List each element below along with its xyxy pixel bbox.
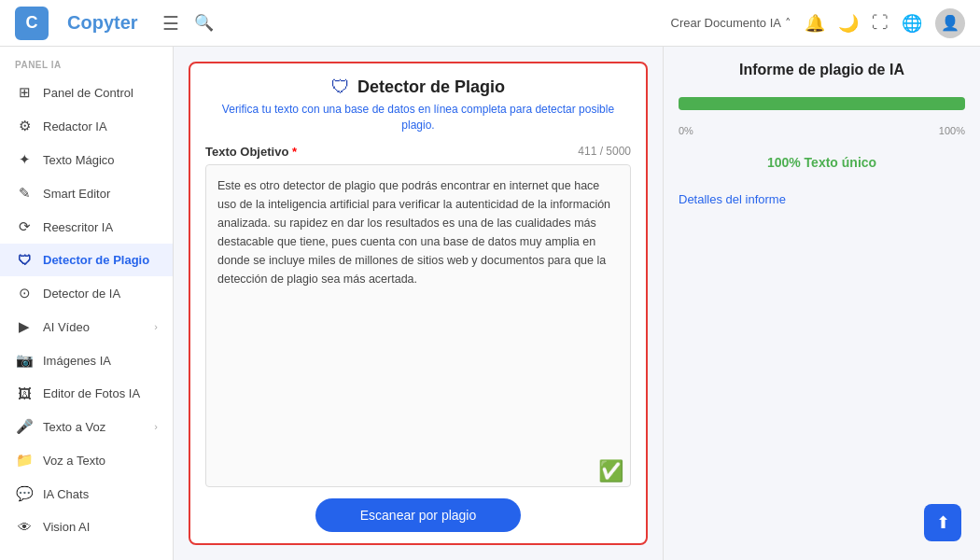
- detector-plagio-icon: 🛡: [15, 252, 34, 268]
- avatar[interactable]: 👤: [935, 8, 965, 38]
- text-area-container: [190, 164, 646, 487]
- sidebar-item-voz-texto[interactable]: 📁 Voz a Texto: [0, 443, 173, 477]
- crear-documento-button[interactable]: Crear Documento IA ˄: [671, 16, 792, 30]
- progress-bar-fill: [679, 97, 965, 110]
- sidebar-item-label: Detector de IA: [43, 287, 120, 301]
- imagenes-ia-icon: 📷: [15, 352, 34, 369]
- progress-label-right: 100%: [939, 125, 965, 136]
- back-to-top-button[interactable]: ⬆: [924, 504, 961, 541]
- shield-blue-icon: 🛡: [331, 77, 350, 98]
- sidebar-item-label: Reescritor IA: [43, 220, 113, 234]
- unique-text: 100% Texto único: [679, 155, 965, 170]
- sidebar-item-redactor-ia[interactable]: ⚙ Redactor IA: [0, 109, 173, 143]
- sidebar-item-label: Imágenes IA: [43, 354, 111, 368]
- sidebar-item-label: Editor de Fotos IA: [43, 386, 140, 400]
- sidebar-item-imagenes-ia[interactable]: 📷 Imágenes IA: [0, 343, 173, 377]
- redactor-ia-icon: ⚙: [15, 118, 34, 134]
- sidebar-item-label: Smart Editor: [43, 187, 110, 201]
- detector-title: Detector de Plagio: [357, 77, 505, 97]
- sidebar: PANEL IA ⊞ Panel de Control ⚙ Redactor I…: [0, 47, 174, 560]
- texto-objetivo-label: Texto Objetivo *: [205, 145, 297, 159]
- header: C Copyter ☰ 🔍 Crear Documento IA ˄ 🔔 🌙 ⛶…: [0, 0, 980, 47]
- sidebar-item-label: Texto Mágico: [43, 153, 115, 167]
- main-panel: 🛡 Detector de Plagio Verifica tu texto c…: [174, 47, 663, 560]
- sidebar-item-texto-magico[interactable]: ✦ Texto Mágico: [0, 143, 173, 176]
- sidebar-item-label: Panel de Control: [43, 86, 133, 100]
- sidebar-item-label: AI Vídeo: [43, 320, 90, 334]
- content-area: 🛡 Detector de Plagio Verifica tu texto c…: [174, 47, 980, 560]
- text-input[interactable]: [205, 164, 631, 487]
- sidebar-item-label: Texto a Voz: [43, 420, 105, 434]
- smart-editor-icon: ✎: [15, 185, 34, 202]
- sidebar-item-label: Redactor IA: [43, 119, 107, 133]
- scan-btn-row: ✅ Escanear por plagio: [190, 487, 646, 543]
- sidebar-item-smart-editor[interactable]: ✎ Smart Editor: [0, 176, 173, 210]
- char-count: 411 / 5000: [578, 145, 631, 158]
- sidebar-item-label: Vision AI: [43, 520, 90, 534]
- right-panel: Informe de plagio de IA 0% 100% 100% Tex…: [663, 47, 980, 560]
- sidebar-item-vision-ai[interactable]: 👁 Vision AI: [0, 511, 173, 543]
- ia-chats-icon: 💬: [15, 485, 34, 502]
- sidebar-item-detector-plagio[interactable]: 🛡 Detector de Plagio: [0, 244, 173, 276]
- sidebar-item-panel-control[interactable]: ⊞ Panel de Control: [0, 76, 173, 109]
- detector-header: 🛡 Detector de Plagio: [190, 63, 646, 102]
- chevron-right-icon: ›: [154, 421, 158, 432]
- bell-icon[interactable]: 🔔: [805, 13, 825, 34]
- sidebar-item-ia-chats[interactable]: 💬 IA Chats: [0, 477, 173, 511]
- editor-fotos-icon: 🖼: [15, 385, 34, 401]
- logo-text: Copyter: [67, 12, 138, 34]
- panel-control-icon: ⊞: [15, 84, 34, 101]
- search-icon[interactable]: 🔍: [194, 13, 214, 33]
- sidebar-item-label: Detector de Plagio: [43, 253, 149, 267]
- sidebar-item-texto-voz[interactable]: 🎤 Texto a Voz ›: [0, 410, 173, 443]
- required-asterisk: *: [292, 145, 297, 159]
- floating-check-icon[interactable]: ✅: [598, 459, 623, 495]
- chevron-up-icon: ⬆: [936, 512, 950, 533]
- logo-icon: C: [15, 7, 49, 40]
- chevron-right-icon: ›: [154, 321, 158, 332]
- sidebar-item-label: Voz a Texto: [43, 454, 105, 468]
- progress-labels: 0% 100%: [679, 125, 965, 136]
- sidebar-item-editor-fotos[interactable]: 🖼 Editor de Fotos IA: [0, 377, 173, 410]
- menu-icon[interactable]: ☰: [162, 12, 179, 35]
- reescritor-icon: ⟳: [15, 218, 34, 235]
- detector-subtitle: Verifica tu texto con una base de datos …: [190, 102, 646, 145]
- sidebar-item-ai-video[interactable]: ▶ AI Vídeo ›: [0, 310, 173, 343]
- texto-voz-icon: 🎤: [15, 418, 34, 435]
- sidebar-item-label: IA Chats: [43, 487, 89, 501]
- progress-bar-container: [679, 97, 965, 110]
- detector-card: 🛡 Detector de Plagio Verifica tu texto c…: [189, 62, 648, 545]
- scan-button[interactable]: Escanear por plagio: [315, 498, 522, 532]
- moon-icon[interactable]: 🌙: [838, 13, 859, 34]
- vision-ai-icon: 👁: [15, 519, 34, 535]
- detector-ia-icon: ⊙: [15, 285, 34, 301]
- main-layout: PANEL IA ⊞ Panel de Control ⚙ Redactor I…: [0, 47, 980, 560]
- sidebar-section-label: PANEL IA: [0, 47, 173, 76]
- texto-magico-icon: ✦: [15, 151, 34, 168]
- sidebar-item-reescritor-ia[interactable]: ⟳ Reescritor IA: [0, 210, 173, 244]
- fullscreen-icon[interactable]: ⛶: [872, 13, 889, 33]
- ai-video-icon: ▶: [15, 318, 34, 335]
- header-right: Crear Documento IA ˄ 🔔 🌙 ⛶ 🌐 👤: [671, 8, 966, 38]
- progress-label-left: 0%: [679, 125, 693, 136]
- report-title: Informe de plagio de IA: [679, 62, 965, 78]
- sidebar-item-detector-ia[interactable]: ⊙ Detector de IA: [0, 276, 173, 310]
- texto-objetivo-row: Texto Objetivo * 411 / 5000: [190, 145, 646, 164]
- report-details-link[interactable]: Detalles del informe: [679, 192, 965, 206]
- voz-texto-icon: 📁: [15, 452, 34, 469]
- globe-icon[interactable]: 🌐: [902, 13, 922, 34]
